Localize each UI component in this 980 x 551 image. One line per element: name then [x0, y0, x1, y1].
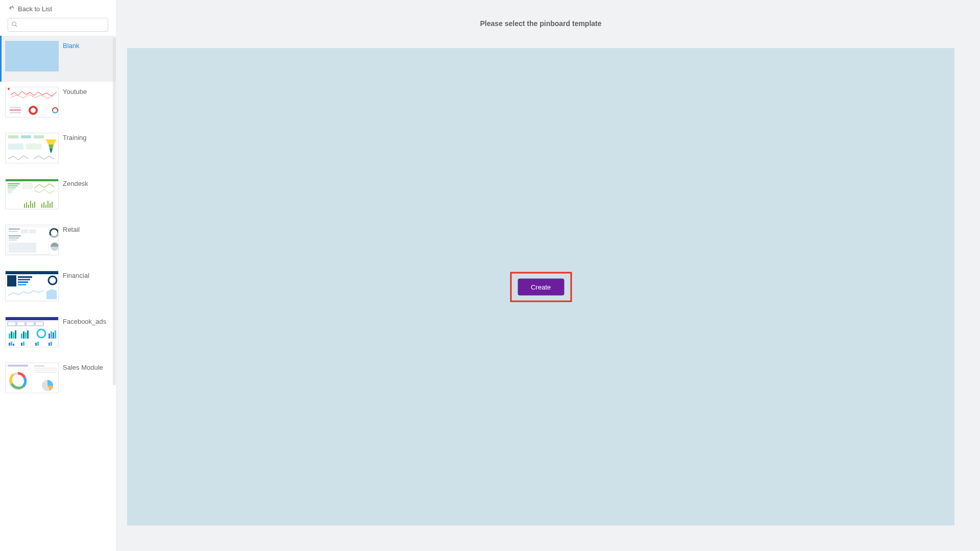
svg-rect-68 — [27, 330, 29, 339]
svg-rect-29 — [32, 203, 33, 208]
template-item-financial[interactable]: Financial — [0, 266, 116, 312]
template-thumb-facebook-ads — [5, 317, 59, 347]
template-thumb-youtube — [5, 87, 59, 117]
template-thumb-zendesk — [5, 179, 59, 209]
svg-rect-32 — [43, 202, 44, 208]
svg-rect-11 — [34, 135, 44, 138]
search-input[interactable] — [20, 21, 105, 29]
svg-rect-57 — [8, 322, 16, 326]
search-box[interactable] — [8, 18, 108, 32]
svg-rect-33 — [45, 205, 46, 208]
svg-rect-56 — [6, 317, 59, 320]
create-button-highlight: Create — [510, 272, 572, 302]
svg-rect-50 — [18, 276, 32, 278]
svg-point-0 — [12, 22, 16, 26]
svg-rect-15 — [8, 143, 23, 150]
svg-rect-35 — [50, 203, 51, 208]
back-to-list-link[interactable]: Back to List — [0, 0, 116, 17]
svg-rect-80 — [37, 342, 39, 346]
svg-rect-74 — [9, 343, 10, 346]
svg-rect-48 — [6, 271, 59, 274]
svg-rect-39 — [9, 231, 18, 232]
template-preview: Create — [127, 48, 954, 525]
template-item-facebook-ads[interactable]: Facebook_ads — [0, 312, 116, 357]
svg-rect-84 — [34, 365, 44, 367]
svg-rect-53 — [18, 284, 26, 285]
template-item-training[interactable]: Training — [0, 128, 116, 174]
template-item-zendesk[interactable]: Zendesk — [0, 174, 116, 220]
template-thumb-financial — [5, 271, 59, 301]
svg-rect-25 — [24, 204, 25, 208]
svg-rect-8 — [10, 112, 21, 113]
svg-marker-55 — [46, 289, 57, 299]
template-item-youtube[interactable]: Youtube — [0, 82, 116, 128]
svg-rect-83 — [8, 365, 28, 367]
svg-point-69 — [37, 329, 45, 338]
create-button[interactable]: Create — [518, 278, 564, 295]
template-thumb-blank — [5, 41, 59, 71]
svg-rect-73 — [55, 330, 56, 339]
svg-rect-34 — [47, 201, 48, 208]
svg-marker-14 — [50, 149, 53, 153]
svg-rect-72 — [53, 332, 54, 339]
svg-rect-23 — [8, 194, 11, 195]
svg-rect-43 — [9, 237, 19, 238]
svg-rect-17 — [6, 179, 59, 181]
template-item-blank[interactable]: Blank — [0, 36, 116, 82]
svg-marker-12 — [45, 139, 57, 145]
svg-rect-71 — [51, 331, 52, 339]
template-thumb-training — [5, 133, 59, 163]
template-label: Training — [63, 134, 86, 141]
svg-rect-86 — [34, 370, 57, 371]
app-root: Back to List Blank — [0, 0, 980, 551]
svg-rect-44 — [9, 239, 17, 241]
svg-rect-81 — [48, 343, 50, 346]
template-thumb-retail — [5, 225, 59, 255]
svg-rect-79 — [35, 343, 37, 346]
svg-rect-21 — [8, 189, 14, 190]
template-list[interactable]: Blank — [0, 36, 116, 551]
svg-rect-30 — [34, 202, 35, 208]
svg-rect-27 — [28, 205, 29, 208]
svg-rect-78 — [23, 342, 24, 346]
svg-rect-58 — [17, 322, 25, 326]
svg-rect-60 — [35, 322, 43, 326]
template-item-retail[interactable]: Retail — [0, 220, 116, 266]
svg-rect-67 — [25, 332, 27, 339]
svg-rect-70 — [48, 333, 50, 339]
svg-rect-26 — [26, 202, 27, 208]
svg-rect-82 — [51, 342, 52, 346]
back-arrow-icon — [9, 5, 15, 13]
svg-rect-36 — [52, 202, 53, 208]
template-label: Financial — [63, 272, 89, 279]
back-to-list-label: Back to List — [18, 5, 52, 13]
svg-rect-6 — [10, 107, 21, 108]
svg-rect-41 — [29, 229, 36, 233]
svg-rect-65 — [21, 333, 22, 339]
svg-rect-64 — [15, 330, 16, 339]
search-icon — [11, 20, 18, 30]
svg-rect-10 — [21, 135, 31, 138]
svg-rect-31 — [41, 204, 42, 208]
svg-rect-51 — [18, 279, 30, 280]
svg-rect-77 — [21, 343, 22, 346]
template-item-sales-module[interactable]: Sales Module — [0, 357, 116, 403]
svg-rect-38 — [9, 228, 20, 230]
svg-rect-52 — [18, 281, 28, 283]
svg-rect-62 — [11, 331, 12, 339]
sidebar: Back to List Blank — [0, 0, 116, 551]
template-label: Youtube — [63, 88, 87, 95]
svg-rect-75 — [11, 342, 12, 346]
template-label: Zendesk — [63, 180, 88, 187]
template-label: Retail — [63, 226, 80, 233]
main-area: Please select the pinboard template Crea… — [116, 0, 980, 551]
svg-rect-22 — [8, 191, 12, 193]
svg-rect-87 — [34, 372, 57, 373]
svg-line-1 — [16, 25, 17, 27]
svg-rect-9 — [8, 135, 18, 138]
svg-rect-63 — [13, 332, 14, 339]
svg-marker-13 — [48, 145, 54, 149]
svg-rect-42 — [9, 235, 21, 236]
sidebar-scrollbar[interactable] — [113, 38, 116, 385]
svg-rect-85 — [34, 368, 57, 369]
